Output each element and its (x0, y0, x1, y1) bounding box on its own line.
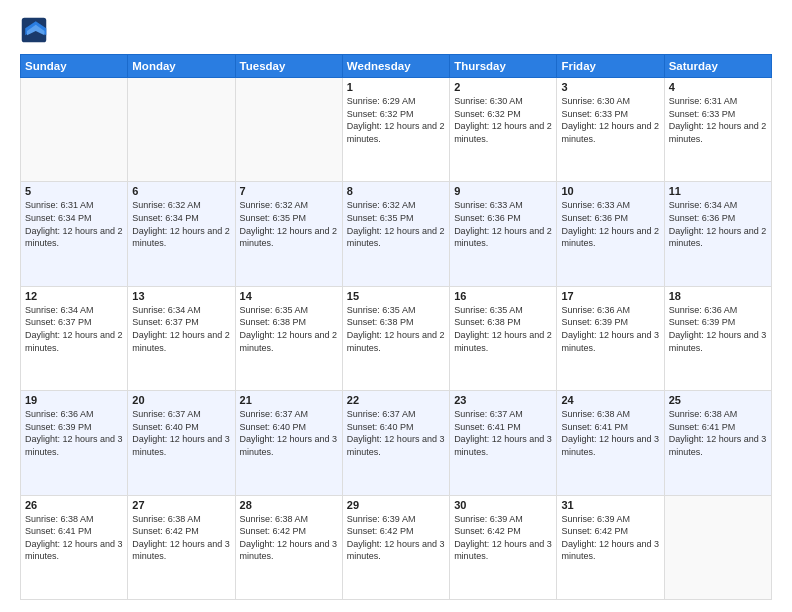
day-info: Sunrise: 6:32 AMSunset: 6:35 PMDaylight:… (240, 199, 338, 249)
calendar-day-cell (235, 78, 342, 182)
day-info: Sunrise: 6:37 AMSunset: 6:41 PMDaylight:… (454, 408, 552, 458)
calendar-week-row: 5 Sunrise: 6:31 AMSunset: 6:34 PMDayligh… (21, 182, 772, 286)
day-number: 27 (132, 499, 230, 511)
calendar-day-cell: 1 Sunrise: 6:29 AMSunset: 6:32 PMDayligh… (342, 78, 449, 182)
day-info: Sunrise: 6:36 AMSunset: 6:39 PMDaylight:… (669, 304, 767, 354)
day-of-week-header: Sunday (21, 55, 128, 78)
day-number: 7 (240, 185, 338, 197)
day-number: 4 (669, 81, 767, 93)
day-of-week-header: Thursday (450, 55, 557, 78)
calendar-day-cell (128, 78, 235, 182)
day-number: 22 (347, 394, 445, 406)
day-number: 14 (240, 290, 338, 302)
day-info: Sunrise: 6:39 AMSunset: 6:42 PMDaylight:… (454, 513, 552, 563)
calendar-day-cell: 25 Sunrise: 6:38 AMSunset: 6:41 PMDaylig… (664, 391, 771, 495)
day-number: 18 (669, 290, 767, 302)
day-info: Sunrise: 6:35 AMSunset: 6:38 PMDaylight:… (454, 304, 552, 354)
day-number: 19 (25, 394, 123, 406)
day-number: 28 (240, 499, 338, 511)
day-number: 11 (669, 185, 767, 197)
calendar-day-cell: 17 Sunrise: 6:36 AMSunset: 6:39 PMDaylig… (557, 286, 664, 390)
day-number: 20 (132, 394, 230, 406)
day-number: 15 (347, 290, 445, 302)
calendar-header-row: SundayMondayTuesdayWednesdayThursdayFrid… (21, 55, 772, 78)
day-info: Sunrise: 6:38 AMSunset: 6:41 PMDaylight:… (669, 408, 767, 458)
day-number: 23 (454, 394, 552, 406)
day-info: Sunrise: 6:30 AMSunset: 6:32 PMDaylight:… (454, 95, 552, 145)
header (20, 16, 772, 44)
day-info: Sunrise: 6:29 AMSunset: 6:32 PMDaylight:… (347, 95, 445, 145)
day-info: Sunrise: 6:38 AMSunset: 6:41 PMDaylight:… (25, 513, 123, 563)
day-number: 10 (561, 185, 659, 197)
calendar-table: SundayMondayTuesdayWednesdayThursdayFrid… (20, 54, 772, 600)
day-info: Sunrise: 6:35 AMSunset: 6:38 PMDaylight:… (347, 304, 445, 354)
calendar-day-cell: 5 Sunrise: 6:31 AMSunset: 6:34 PMDayligh… (21, 182, 128, 286)
day-number: 3 (561, 81, 659, 93)
day-number: 31 (561, 499, 659, 511)
day-number: 29 (347, 499, 445, 511)
day-of-week-header: Friday (557, 55, 664, 78)
calendar-day-cell: 9 Sunrise: 6:33 AMSunset: 6:36 PMDayligh… (450, 182, 557, 286)
calendar-day-cell: 8 Sunrise: 6:32 AMSunset: 6:35 PMDayligh… (342, 182, 449, 286)
day-info: Sunrise: 6:38 AMSunset: 6:42 PMDaylight:… (240, 513, 338, 563)
day-number: 16 (454, 290, 552, 302)
logo-icon (20, 16, 48, 44)
day-number: 26 (25, 499, 123, 511)
day-info: Sunrise: 6:33 AMSunset: 6:36 PMDaylight:… (561, 199, 659, 249)
calendar-week-row: 19 Sunrise: 6:36 AMSunset: 6:39 PMDaylig… (21, 391, 772, 495)
day-info: Sunrise: 6:32 AMSunset: 6:34 PMDaylight:… (132, 199, 230, 249)
day-info: Sunrise: 6:36 AMSunset: 6:39 PMDaylight:… (561, 304, 659, 354)
calendar-day-cell (21, 78, 128, 182)
day-of-week-header: Saturday (664, 55, 771, 78)
day-of-week-header: Tuesday (235, 55, 342, 78)
day-info: Sunrise: 6:34 AMSunset: 6:37 PMDaylight:… (132, 304, 230, 354)
calendar-day-cell: 30 Sunrise: 6:39 AMSunset: 6:42 PMDaylig… (450, 495, 557, 599)
day-number: 8 (347, 185, 445, 197)
day-info: Sunrise: 6:39 AMSunset: 6:42 PMDaylight:… (347, 513, 445, 563)
day-info: Sunrise: 6:37 AMSunset: 6:40 PMDaylight:… (347, 408, 445, 458)
calendar-day-cell: 3 Sunrise: 6:30 AMSunset: 6:33 PMDayligh… (557, 78, 664, 182)
calendar-day-cell: 11 Sunrise: 6:34 AMSunset: 6:36 PMDaylig… (664, 182, 771, 286)
logo (20, 16, 52, 44)
day-number: 5 (25, 185, 123, 197)
calendar-day-cell: 4 Sunrise: 6:31 AMSunset: 6:33 PMDayligh… (664, 78, 771, 182)
calendar-day-cell: 12 Sunrise: 6:34 AMSunset: 6:37 PMDaylig… (21, 286, 128, 390)
day-info: Sunrise: 6:33 AMSunset: 6:36 PMDaylight:… (454, 199, 552, 249)
day-info: Sunrise: 6:31 AMSunset: 6:34 PMDaylight:… (25, 199, 123, 249)
day-number: 25 (669, 394, 767, 406)
calendar-day-cell: 18 Sunrise: 6:36 AMSunset: 6:39 PMDaylig… (664, 286, 771, 390)
day-info: Sunrise: 6:35 AMSunset: 6:38 PMDaylight:… (240, 304, 338, 354)
calendar-day-cell: 29 Sunrise: 6:39 AMSunset: 6:42 PMDaylig… (342, 495, 449, 599)
calendar-day-cell: 28 Sunrise: 6:38 AMSunset: 6:42 PMDaylig… (235, 495, 342, 599)
calendar-day-cell: 14 Sunrise: 6:35 AMSunset: 6:38 PMDaylig… (235, 286, 342, 390)
day-info: Sunrise: 6:30 AMSunset: 6:33 PMDaylight:… (561, 95, 659, 145)
day-of-week-header: Wednesday (342, 55, 449, 78)
day-of-week-header: Monday (128, 55, 235, 78)
day-number: 2 (454, 81, 552, 93)
day-info: Sunrise: 6:38 AMSunset: 6:42 PMDaylight:… (132, 513, 230, 563)
day-number: 9 (454, 185, 552, 197)
calendar-day-cell (664, 495, 771, 599)
day-number: 12 (25, 290, 123, 302)
calendar-day-cell: 13 Sunrise: 6:34 AMSunset: 6:37 PMDaylig… (128, 286, 235, 390)
day-number: 21 (240, 394, 338, 406)
page: SundayMondayTuesdayWednesdayThursdayFrid… (0, 0, 792, 612)
calendar-day-cell: 31 Sunrise: 6:39 AMSunset: 6:42 PMDaylig… (557, 495, 664, 599)
calendar-day-cell: 15 Sunrise: 6:35 AMSunset: 6:38 PMDaylig… (342, 286, 449, 390)
day-info: Sunrise: 6:37 AMSunset: 6:40 PMDaylight:… (240, 408, 338, 458)
calendar-day-cell: 20 Sunrise: 6:37 AMSunset: 6:40 PMDaylig… (128, 391, 235, 495)
calendar-day-cell: 10 Sunrise: 6:33 AMSunset: 6:36 PMDaylig… (557, 182, 664, 286)
day-number: 24 (561, 394, 659, 406)
calendar-week-row: 26 Sunrise: 6:38 AMSunset: 6:41 PMDaylig… (21, 495, 772, 599)
calendar-day-cell: 24 Sunrise: 6:38 AMSunset: 6:41 PMDaylig… (557, 391, 664, 495)
day-info: Sunrise: 6:32 AMSunset: 6:35 PMDaylight:… (347, 199, 445, 249)
calendar-day-cell: 2 Sunrise: 6:30 AMSunset: 6:32 PMDayligh… (450, 78, 557, 182)
calendar-week-row: 12 Sunrise: 6:34 AMSunset: 6:37 PMDaylig… (21, 286, 772, 390)
day-number: 17 (561, 290, 659, 302)
day-number: 1 (347, 81, 445, 93)
calendar-day-cell: 16 Sunrise: 6:35 AMSunset: 6:38 PMDaylig… (450, 286, 557, 390)
day-info: Sunrise: 6:34 AMSunset: 6:36 PMDaylight:… (669, 199, 767, 249)
calendar-day-cell: 23 Sunrise: 6:37 AMSunset: 6:41 PMDaylig… (450, 391, 557, 495)
day-info: Sunrise: 6:37 AMSunset: 6:40 PMDaylight:… (132, 408, 230, 458)
day-number: 6 (132, 185, 230, 197)
